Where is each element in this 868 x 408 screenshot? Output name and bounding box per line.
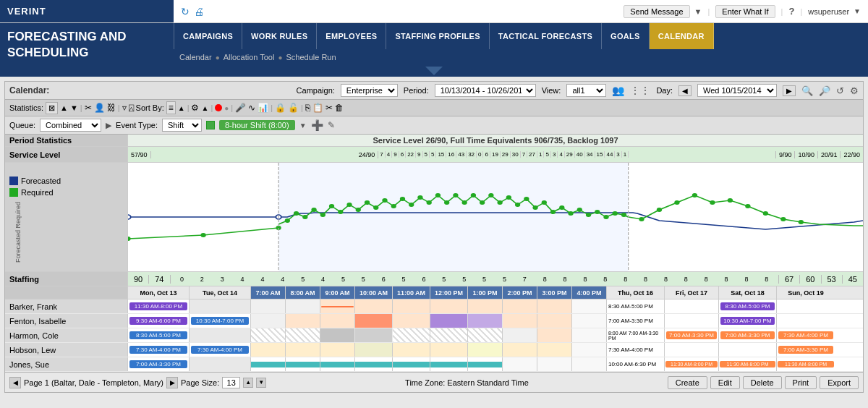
nav-item-employees[interactable]: EMPLOYEES bbox=[317, 23, 386, 49]
lock-icon[interactable]: 🔒 bbox=[275, 103, 286, 113]
nav-item-goals[interactable]: GOALS bbox=[602, 23, 650, 49]
period-select[interactable]: 10/13/2014 - 10/26/2014 bbox=[435, 84, 536, 97]
fenton-shift-sat[interactable]: 10:30 AM-7:00 PM bbox=[719, 314, 777, 328]
add-shift-icon[interactable]: ➕ bbox=[311, 119, 323, 131]
stats-grid-icon[interactable]: ⊠ bbox=[46, 102, 58, 114]
zoom-out-icon[interactable]: 🔎 bbox=[819, 85, 830, 96]
chart-icon[interactable]: 📊 bbox=[258, 103, 268, 113]
breadcrumb-schedule-run[interactable]: Schedule Run bbox=[286, 53, 336, 61]
svg-point-7 bbox=[338, 210, 343, 214]
breadcrumb-allocation-tool[interactable]: Allocation Tool bbox=[224, 53, 275, 61]
delete-icon[interactable]: 🗑 bbox=[335, 103, 344, 113]
filter2-icon[interactable]: ⍓ bbox=[129, 103, 134, 113]
create-button[interactable]: Create bbox=[668, 376, 707, 389]
page-size-down[interactable]: ▼ bbox=[256, 378, 266, 388]
paste-icon[interactable]: 📋 bbox=[312, 103, 323, 113]
settings-icon[interactable]: ⚙ bbox=[850, 85, 859, 96]
sort-label: Sort By: bbox=[136, 103, 164, 112]
svg-point-43 bbox=[657, 208, 662, 212]
svg-point-39 bbox=[621, 213, 626, 217]
grid-icon: ⋮⋮ bbox=[630, 85, 650, 96]
date-tue-oct14: Tue, Oct 14 bbox=[190, 286, 251, 299]
copy-icon[interactable]: ⎘ bbox=[305, 103, 310, 113]
send-message-button[interactable]: Send Message bbox=[624, 5, 689, 18]
sort-up-icon[interactable]: ▲ bbox=[178, 104, 185, 112]
event-type-label: Event Type: bbox=[116, 121, 158, 129]
page-size-input[interactable] bbox=[222, 377, 240, 388]
hobson-shift-mon[interactable]: 7:30 AM-4:00 PM bbox=[129, 346, 187, 354]
fenton-shift-tue[interactable]: 10:30 AM-7:00 PM bbox=[191, 317, 249, 325]
prev-day-button[interactable]: ◀ bbox=[678, 85, 692, 96]
svg-point-51 bbox=[799, 220, 804, 224]
zoom-in-icon[interactable]: 🔍 bbox=[801, 85, 813, 96]
harmon-shift-mon[interactable]: 8:30 AM-5:00 PM bbox=[129, 331, 187, 339]
settings2-icon[interactable]: ⚙ bbox=[191, 103, 199, 113]
lock2-icon[interactable]: 🔓 bbox=[288, 103, 299, 113]
barker-shift-sat[interactable]: 8:30 AM-5:00 PM bbox=[719, 299, 777, 313]
refresh-calendar-icon[interactable]: ↺ bbox=[836, 85, 844, 96]
link-icon[interactable]: ⛓ bbox=[107, 103, 116, 113]
people2-icon[interactable]: 👤 bbox=[94, 103, 105, 113]
fenton-shift-mon[interactable]: 9:30 AM-6:00 PM bbox=[129, 317, 187, 325]
next-day-button[interactable]: ▶ bbox=[783, 85, 796, 96]
breadcrumb-calendar[interactable]: Calendar bbox=[179, 53, 212, 61]
stats-up-icon[interactable]: ▲ bbox=[60, 103, 68, 112]
queue-select[interactable]: Combined bbox=[40, 119, 101, 132]
pencil-icon[interactable]: ✎ bbox=[328, 120, 335, 130]
page-size-up[interactable]: ▲ bbox=[243, 378, 253, 388]
nav-item-tactical-forecasts[interactable]: TACTICAL FORECASTS bbox=[490, 23, 602, 49]
send-message-dropdown[interactable]: ▼ bbox=[694, 7, 702, 16]
stats-down-icon[interactable]: ▼ bbox=[70, 103, 78, 112]
nav-item-work-rules[interactable]: WORK RULES bbox=[242, 23, 317, 49]
svg-point-26 bbox=[506, 195, 511, 200]
stats-label: Statistics: bbox=[9, 103, 43, 112]
sort-grid-icon[interactable]: ≡ bbox=[166, 101, 176, 114]
nav-item-calendar[interactable]: CALENDAR bbox=[650, 23, 714, 49]
jones-shift-fri[interactable]: 11:30 AM-8:00 PM bbox=[665, 357, 719, 371]
edit-button[interactable]: Edit bbox=[710, 376, 740, 389]
employee-row-harmon: Harmon, Cole 8:30 AM-5:00 PM 8:00 AM 7:0 bbox=[5, 328, 863, 343]
harmon-shift-sat[interactable]: 7:00 AM-3:30 PM bbox=[719, 328, 777, 342]
day-select[interactable]: Wed 10/15/2014 bbox=[697, 84, 777, 97]
sep1: | bbox=[80, 103, 82, 112]
funnel-icon[interactable]: ▿ bbox=[122, 103, 127, 113]
enter-what-if-button[interactable]: Enter What If bbox=[715, 5, 775, 18]
barker-shift-mon[interactable]: 11:30 AM-8:00 PM bbox=[129, 302, 187, 310]
cut-icon[interactable]: ✂ bbox=[326, 103, 333, 113]
help-icon[interactable]: ? bbox=[788, 6, 794, 17]
mic-icon[interactable]: 🎤 bbox=[235, 103, 246, 113]
nav-item-campaigns[interactable]: CAMPAIGNS bbox=[174, 23, 242, 49]
breadcrumb-sep2: ● bbox=[278, 54, 282, 61]
hobson-shift-sun[interactable]: 7:00 AM-3:30 PM bbox=[777, 343, 835, 357]
up-icon[interactable]: ▲ bbox=[201, 104, 208, 112]
refresh-icon[interactable]: ↻ bbox=[181, 6, 190, 17]
svg-point-13 bbox=[391, 204, 396, 208]
sep2: | bbox=[118, 103, 120, 112]
export-button[interactable]: Export bbox=[820, 376, 859, 389]
svg-point-20 bbox=[453, 193, 458, 197]
print-icon[interactable]: 🖨 bbox=[194, 6, 204, 17]
date-3pm: 3:00 PM bbox=[537, 286, 572, 299]
hobson-shift-tue[interactable]: 7:30 AM-4:00 PM bbox=[191, 346, 249, 354]
svg-point-42 bbox=[639, 217, 644, 221]
user-dropdown[interactable]: ▼ bbox=[854, 7, 861, 15]
view-select[interactable]: all1 bbox=[566, 84, 606, 97]
delete-button[interactable]: Delete bbox=[743, 376, 782, 389]
print-button[interactable]: Print bbox=[785, 376, 817, 389]
prev-page-button[interactable]: ◀ bbox=[9, 377, 21, 388]
campaign-select[interactable]: Enterprise bbox=[341, 84, 398, 97]
filter-icon[interactable]: ✂ bbox=[85, 103, 92, 113]
wave-icon[interactable]: ∿ bbox=[248, 103, 255, 113]
jones-shift-sun[interactable]: 11:30 AM-8:00 PM bbox=[777, 357, 835, 371]
harmon-shift-sun[interactable]: 7:30 AM-4:00 PM bbox=[777, 328, 835, 342]
svg-point-47 bbox=[728, 198, 733, 203]
shift-dropdown[interactable]: ▼ bbox=[299, 122, 307, 129]
jones-shift-mon[interactable]: 7:00 AM-3:30 PM bbox=[129, 360, 187, 368]
next-page-button[interactable]: ▶ bbox=[166, 377, 178, 388]
service-level-label-cell: Service Level bbox=[5, 147, 128, 162]
staffing-label-cell: Staffing bbox=[5, 272, 128, 286]
nav-item-staffing-profiles[interactable]: STAFFING PROFILES bbox=[386, 23, 489, 49]
campaign-label: Campaign: bbox=[297, 86, 335, 95]
event-type-select[interactable]: Shift bbox=[162, 119, 202, 132]
jones-shift-sat[interactable]: 11:30 AM-8:00 PM bbox=[719, 357, 777, 371]
